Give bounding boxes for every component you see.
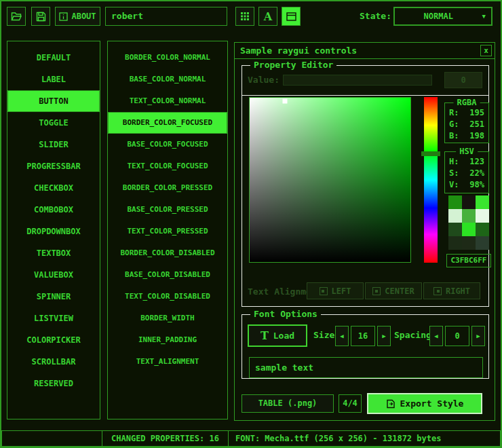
- export-icon: [386, 399, 395, 409]
- font-view-button[interactable]: A: [258, 7, 277, 26]
- about-button[interactable]: ABOUT: [55, 7, 100, 26]
- property-item-base_color_disabled[interactable]: BASE_COLOR_DISABLED: [108, 264, 227, 286]
- property-item-border_width[interactable]: BORDER_WIDTH: [108, 307, 227, 329]
- hue-slider-handle[interactable]: [421, 151, 440, 156]
- color-swatch-5[interactable]: [476, 209, 489, 223]
- statusbar-changed-properties: CHANGED PROPERTIES: 16: [102, 430, 229, 447]
- color-swatch-11[interactable]: [476, 236, 489, 250]
- control-item-combobox[interactable]: COMBOBOX: [7, 199, 100, 221]
- export-style-button[interactable]: Export Style: [367, 393, 482, 414]
- close-icon[interactable]: x: [480, 45, 492, 56]
- control-item-reserved[interactable]: RESERVED: [7, 373, 100, 394]
- control-item-scrollbar[interactable]: SCROLLBAR: [7, 351, 100, 373]
- color-swatch-1[interactable]: [462, 195, 476, 209]
- export-format-button[interactable]: TABLE (.png): [242, 394, 334, 413]
- property-item-text_alignment[interactable]: TEXT_ALIGNMENT: [108, 351, 227, 373]
- property-item-text_color_disabled[interactable]: TEXT_COLOR_DISABLED: [108, 286, 227, 307]
- size-decrease-button[interactable]: ◀: [335, 326, 349, 346]
- save-file-button[interactable]: [31, 7, 50, 26]
- property-item-border_color_disabled[interactable]: BORDER_COLOR_DISABLED: [108, 242, 227, 264]
- property-item-text_color_pressed[interactable]: TEXT_COLOR_PRESSED: [108, 221, 227, 242]
- spacing-increase-button[interactable]: ▶: [471, 326, 485, 346]
- property-item-border_color_pressed[interactable]: BORDER_COLOR_PRESSED: [108, 177, 227, 199]
- control-item-progressbar[interactable]: PROGRESSBAR: [7, 155, 100, 177]
- align-right-toggle[interactable]: RIGHT: [423, 282, 480, 299]
- rgba-row: R:195: [445, 107, 488, 119]
- property-item-base_color_pressed[interactable]: BASE_COLOR_PRESSED: [108, 199, 227, 221]
- style-name-input[interactable]: robert: [105, 7, 227, 26]
- property-item-text_color_normal[interactable]: TEXT_COLOR_NORMAL: [108, 90, 227, 112]
- text-t-icon: T: [260, 331, 269, 341]
- color-picker-panel[interactable]: [249, 97, 411, 263]
- color-picker-cursor[interactable]: [283, 98, 288, 103]
- control-item-colorpicker[interactable]: COLORPICKER: [7, 329, 100, 351]
- color-swatch-4[interactable]: [462, 209, 476, 223]
- spacing-value-box[interactable]: 0: [445, 326, 469, 346]
- property-item-base_color_normal[interactable]: BASE_COLOR_NORMAL: [108, 69, 227, 90]
- control-item-checkbox[interactable]: CHECKBOX: [7, 177, 100, 199]
- property-item-inner_padding[interactable]: INNER_PADDING: [108, 329, 227, 351]
- property-item-text_color_focused[interactable]: TEXT_COLOR_FOCUSED: [108, 155, 227, 177]
- text-alignment-toggles: LEFTCENTERRIGHT: [307, 282, 480, 299]
- load-font-button[interactable]: T Load: [248, 324, 307, 347]
- color-swatch-grid: [448, 195, 489, 250]
- grid-view-button[interactable]: [235, 7, 254, 26]
- control-item-label[interactable]: LABEL: [7, 69, 100, 90]
- size-value-box[interactable]: 16: [351, 326, 375, 346]
- hex-value-box[interactable]: C3FBC6FF: [446, 254, 491, 267]
- window-view-button[interactable]: [282, 7, 301, 26]
- rgba-title: RGBA: [454, 98, 480, 107]
- color-swatch-7[interactable]: [462, 223, 476, 236]
- control-item-default[interactable]: DEFAULT: [7, 47, 100, 69]
- hue-bar[interactable]: [424, 97, 438, 263]
- color-swatch-9[interactable]: [448, 236, 462, 250]
- export-format-pages: 4/4: [339, 394, 362, 413]
- control-item-button[interactable]: BUTTON: [7, 90, 100, 112]
- sample-window-titlebar: Sample raygui controls x: [235, 43, 495, 59]
- property-item-border_color_focused[interactable]: BORDER_COLOR_FOCUSED: [108, 112, 227, 134]
- property-editor-group: Property Editor Value: 0 RGBA R:195G:251…: [242, 65, 489, 307]
- chevron-left-icon: ◀: [340, 333, 343, 339]
- sample-text-input[interactable]: sample text: [249, 357, 483, 378]
- control-item-spinner[interactable]: SPINNER: [7, 286, 100, 307]
- app-window: ABOUT robert A State: NORMAL ▼ DEFAULTLA…: [0, 0, 502, 448]
- hsv-row: S:22%: [445, 168, 488, 179]
- color-swatch-10[interactable]: [462, 236, 476, 250]
- open-file-button[interactable]: [7, 7, 26, 26]
- color-swatch-0[interactable]: [448, 195, 462, 209]
- value-box[interactable]: 0: [444, 72, 482, 88]
- state-label: State:: [344, 7, 391, 26]
- hsv-row: H:123: [445, 156, 488, 168]
- statusbar-left: [1, 430, 102, 447]
- align-right-icon: [433, 287, 442, 295]
- window-panel-icon: [286, 12, 296, 21]
- font-options-label: Font Options: [250, 310, 321, 319]
- spacing-decrease-button[interactable]: ◀: [429, 326, 443, 346]
- floppy-disk-icon: [36, 12, 46, 22]
- color-swatch-8[interactable]: [476, 223, 489, 236]
- grid-icon: [240, 12, 250, 21]
- control-item-slider[interactable]: SLIDER: [7, 134, 100, 155]
- about-button-label: ABOUT: [71, 12, 96, 21]
- color-swatch-2[interactable]: [476, 195, 489, 209]
- control-item-toggle[interactable]: TOGGLE: [7, 112, 100, 134]
- control-item-dropdownbox[interactable]: DROPDOWNBOX: [7, 221, 100, 242]
- export-style-label: Export Style: [400, 398, 464, 409]
- control-item-listview[interactable]: LISTVIEW: [7, 307, 100, 329]
- control-item-valuebox[interactable]: VALUEBOX: [7, 264, 100, 286]
- info-icon: [59, 12, 68, 21]
- control-item-textbox[interactable]: TEXTBOX: [7, 242, 100, 264]
- state-dropdown-value: NORMAL: [395, 12, 482, 21]
- rgba-row: B:198: [445, 130, 488, 142]
- size-increase-button[interactable]: ▶: [377, 326, 391, 346]
- property-item-border_color_normal[interactable]: BORDER_COLOR_NORMAL: [108, 47, 227, 69]
- font-a-icon: A: [264, 10, 272, 23]
- align-center-toggle[interactable]: CENTER: [365, 282, 422, 299]
- align-center-icon: [372, 287, 381, 295]
- property-item-base_color_focused[interactable]: BASE_COLOR_FOCUSED: [108, 134, 227, 155]
- state-dropdown[interactable]: NORMAL ▼: [393, 7, 493, 26]
- align-left-toggle[interactable]: LEFT: [307, 282, 364, 299]
- value-slider[interactable]: [283, 75, 432, 86]
- color-swatch-6[interactable]: [448, 223, 462, 236]
- color-swatch-3[interactable]: [448, 209, 462, 223]
